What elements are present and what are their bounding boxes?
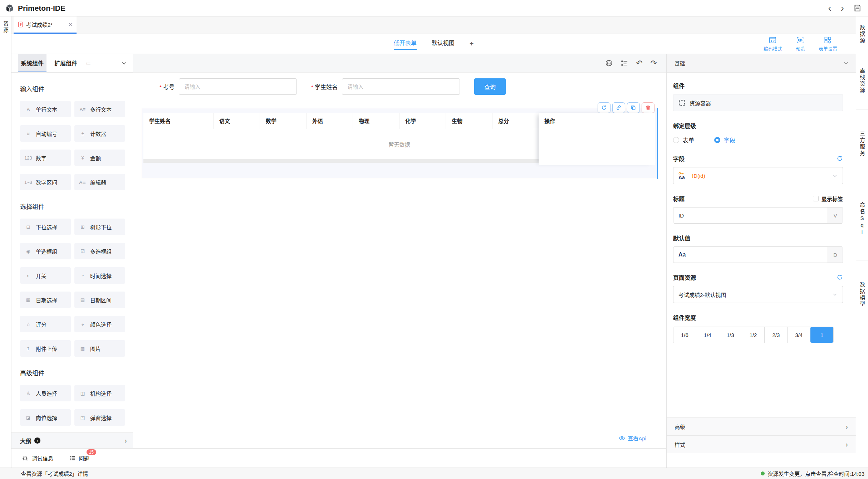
undo-icon[interactable]: ↶: [636, 59, 642, 67]
component-item-editor[interactable]: A≣编辑器: [74, 174, 125, 190]
component-item-position-select[interactable]: ◪岗位选择: [20, 409, 71, 426]
save-icon[interactable]: [853, 4, 862, 12]
exam-no-input[interactable]: [179, 78, 297, 95]
popup-select-icon: ◰: [78, 415, 87, 420]
rail-tab-third-party-services[interactable]: 三方服务: [856, 109, 868, 178]
page-resource-select[interactable]: 考试成绩2-默认视图: [673, 286, 843, 303]
rail-tab-datasource[interactable]: 数据源: [856, 16, 868, 52]
tab-system-components[interactable]: 系统组件: [18, 54, 46, 72]
component-item-color-picker[interactable]: ◕颜色选择: [74, 316, 125, 332]
issues-button[interactable]: 问题 15: [69, 454, 89, 462]
component-item-time-picker[interactable]: ◔时间选择: [74, 267, 125, 284]
delete-component-button[interactable]: [642, 102, 654, 113]
component-item-number[interactable]: 123数字: [20, 150, 71, 166]
preview-button[interactable]: 预览: [796, 36, 805, 52]
outline-row[interactable]: 大纲 i ›: [11, 432, 133, 448]
width-option[interactable]: 2/3: [765, 327, 788, 343]
single-line-text-icon: A: [24, 107, 33, 112]
tree-select-icon: ⊞: [78, 224, 87, 230]
rating-icon: ☆: [24, 322, 33, 327]
close-tab-icon[interactable]: ×: [69, 21, 72, 28]
style-section-row[interactable]: 样式 ›: [667, 435, 856, 453]
component-item-radio-group[interactable]: ◉单选框组: [20, 243, 71, 259]
color-picker-icon: ◕: [78, 322, 87, 327]
component-item-date-picker[interactable]: ▦日期选择: [20, 292, 71, 308]
show-label-checkbox[interactable]: 显示标签: [813, 195, 843, 202]
component-item-switch[interactable]: ◐开关: [20, 267, 71, 284]
debug-info-label: 调试信息: [32, 454, 53, 462]
debug-info-button[interactable]: 调试信息: [22, 454, 53, 462]
component-item-auto-number[interactable]: #自动编号: [20, 125, 71, 142]
tab-default-view[interactable]: 默认视图: [432, 38, 455, 50]
radio-field[interactable]: 字段: [714, 136, 735, 144]
component-item-rating[interactable]: ☆评分: [20, 316, 71, 332]
resource-changed-notice[interactable]: 资源发生变更，点击查看,检查时间:14:03: [761, 470, 864, 477]
link-component-button[interactable]: [612, 102, 625, 113]
component-item-org-select[interactable]: ◫机构选择: [74, 385, 125, 401]
component-item-image[interactable]: ▧图片: [74, 340, 125, 357]
component-item-upload[interactable]: ↥附件上传: [20, 340, 71, 357]
title-addon-button[interactable]: V: [828, 207, 843, 223]
document-tab[interactable]: 考试成绩2* ×: [14, 16, 77, 34]
globe-icon[interactable]: [605, 59, 613, 67]
field-select[interactable]: Aa ID(id): [673, 167, 843, 184]
rail-tab-named-sql[interactable]: 命名Sql: [856, 178, 868, 260]
component-item-date-range[interactable]: ▤日期区间: [74, 292, 125, 308]
component-item-single-line-text[interactable]: A单行文本: [20, 101, 71, 117]
title-input[interactable]: [673, 207, 828, 223]
component-item-counter[interactable]: ±计数器: [74, 125, 125, 142]
rail-tab-data-model[interactable]: 数据模型: [856, 260, 868, 329]
rail-tab-resources[interactable]: 资源: [2, 21, 9, 34]
width-option-selected[interactable]: 1: [810, 327, 833, 343]
width-option[interactable]: 1/6: [673, 327, 696, 343]
component-item-currency[interactable]: ¥金额: [74, 150, 125, 166]
width-option[interactable]: 3/4: [788, 327, 810, 343]
chevron-right-icon[interactable]: ›: [124, 436, 127, 445]
palette-list-icon[interactable]: ≔: [86, 54, 91, 72]
default-addon-button[interactable]: D: [828, 247, 843, 263]
resource-container-icon: [678, 99, 685, 106]
redo-icon[interactable]: ↷: [651, 59, 657, 67]
refresh-component-button[interactable]: [598, 102, 610, 113]
component-item-number-range[interactable]: 1~3数字区间: [20, 174, 71, 190]
width-option[interactable]: 1/4: [696, 327, 719, 343]
tab-extended-components[interactable]: 扩展组件: [52, 54, 80, 72]
add-view-button[interactable]: +: [470, 40, 474, 48]
advanced-section-row[interactable]: 高级 ›: [667, 417, 856, 435]
component-item-tree-select[interactable]: ⊞树形下拉: [74, 219, 125, 235]
student-name-input[interactable]: [342, 78, 460, 95]
copy-component-button[interactable]: [627, 102, 640, 113]
style-label: 样式: [675, 441, 685, 448]
bug-icon: [22, 455, 29, 461]
component-item-person-select[interactable]: ♙人员选择: [20, 385, 71, 401]
component-type-value: 资源容器: [690, 99, 711, 107]
default-value-group[interactable]: Aa D: [673, 246, 843, 263]
component-item-checkbox-group[interactable]: ☑多选框组: [74, 243, 125, 259]
rail-tab-offline-resources[interactable]: 离线资源: [856, 52, 868, 109]
query-button[interactable]: 查询: [474, 78, 506, 95]
code-mode-button[interactable]: 编码模式: [764, 36, 782, 52]
component-item-multi-line-text[interactable]: A≡多行文本: [74, 101, 125, 117]
nav-forward-icon[interactable]: ›: [841, 3, 844, 13]
outline-tree-icon[interactable]: [621, 59, 628, 67]
width-option[interactable]: 1/2: [742, 327, 765, 343]
radio-form[interactable]: 表单: [673, 136, 694, 144]
view-api-link[interactable]: 查看Api: [619, 434, 646, 442]
refresh-page-resource-icon[interactable]: [837, 274, 843, 280]
field-value: ID(id): [692, 173, 828, 179]
component-item-popup-select[interactable]: ◰弹窗选择: [74, 409, 125, 426]
link-icon: [616, 105, 622, 111]
selected-grid-container[interactable]: 学生姓名 语文 数学 外语 物理 化学 生物 总分 暂无数据: [141, 108, 658, 179]
exam-no-field: * 考号: [160, 78, 297, 95]
form-settings-button[interactable]: 表单设置: [819, 36, 837, 52]
properties-header[interactable]: 基础: [667, 54, 856, 73]
width-option[interactable]: 1/3: [719, 327, 742, 343]
component-item-select[interactable]: ⊟下拉选择: [20, 219, 71, 235]
operation-column-header: 操作: [539, 113, 655, 129]
form-settings-icon: [824, 36, 832, 44]
refresh-field-icon[interactable]: [837, 155, 843, 162]
nav-back-icon[interactable]: ‹: [828, 3, 831, 13]
tab-lowcode-form[interactable]: 低开表单: [394, 38, 417, 50]
title-label: 标题: [673, 194, 685, 203]
palette-collapse-button[interactable]: [121, 54, 133, 72]
